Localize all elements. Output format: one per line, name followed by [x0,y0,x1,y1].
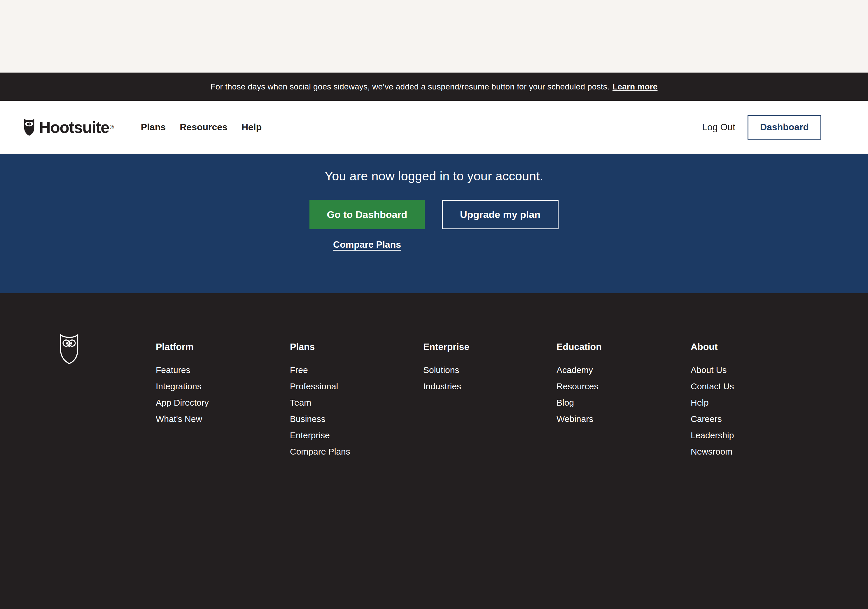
footer-link[interactable]: Free [290,362,415,378]
footer-link[interactable]: Leadership [691,427,816,444]
footer-column-platform: Platform FeaturesIntegrationsApp Directo… [156,342,281,427]
upgrade-plan-button[interactable]: Upgrade my plan [442,200,558,229]
footer-column-title: About [691,342,816,352]
footer-link[interactable]: Contact Us [691,378,816,394]
footer-link[interactable]: Blog [556,394,682,411]
site-footer: Platform FeaturesIntegrationsApp Directo… [0,293,868,609]
footer-link-list: SolutionsIndustries [423,362,549,394]
footer-column-about: About About UsContact UsHelpCareersLeade… [691,342,816,460]
nav-help[interactable]: Help [242,122,262,133]
footer-column-enterprise: Enterprise SolutionsIndustries [423,342,549,394]
top-spacer [0,0,868,73]
footer-link[interactable]: Newsroom [691,444,816,460]
footer-link[interactable]: Help [691,394,816,411]
footer-link[interactable]: What's New [156,411,281,427]
footer-link[interactable]: Integrations [156,378,281,394]
nav-resources[interactable]: Resources [180,122,228,133]
footer-column-title: Platform [156,342,281,352]
hero-buttons: Go to Dashboard Compare Plans Upgrade my… [310,200,558,250]
owl-icon [23,116,35,139]
learn-more-link[interactable]: Learn more [612,82,658,91]
brand-name: Hootsuite [39,118,109,137]
footer-link[interactable]: Solutions [423,362,549,378]
footer-column-plans: Plans FreeProfessionalTeamBusinessEnterp… [290,342,415,460]
go-to-dashboard-button[interactable]: Go to Dashboard [310,200,425,229]
owl-outline-icon [59,334,79,365]
footer-link[interactable]: Professional [290,378,415,394]
footer-column-title: Education [556,342,682,352]
log-out-link[interactable]: Log Out [702,122,735,133]
footer-link-list: AcademyResourcesBlogWebinars [556,362,682,427]
hootsuite-logo[interactable]: Hootsuite® [23,116,114,139]
nav-plans[interactable]: Plans [141,122,166,133]
primary-action-column: Go to Dashboard Compare Plans [310,200,425,250]
dashboard-button[interactable]: Dashboard [747,115,822,139]
footer-column-title: Plans [290,342,415,352]
footer-link-list: About UsContact UsHelpCareersLeadershipN… [691,362,816,460]
footer-column-education: Education AcademyResourcesBlogWebinars [556,342,682,427]
logged-in-message: You are now logged in to your account. [325,169,543,183]
footer-link[interactable]: Enterprise [290,427,415,444]
footer-link[interactable]: Compare Plans [290,444,415,460]
footer-link[interactable]: App Directory [156,394,281,411]
footer-link[interactable]: Webinars [556,411,682,427]
footer-link-list: FeaturesIntegrationsApp DirectoryWhat's … [156,362,281,427]
main-nav: Plans Resources Help [141,122,262,133]
footer-link[interactable]: Resources [556,378,682,394]
announcement-bar: For those days when social goes sideways… [0,73,868,101]
trademark-symbol: ® [110,124,114,131]
footer-link[interactable]: Team [290,394,415,411]
logged-in-banner: You are now logged in to your account. G… [0,154,868,293]
header-actions: Log Out Dashboard [702,115,822,139]
footer-column-title: Enterprise [423,342,549,352]
footer-link[interactable]: Careers [691,411,816,427]
footer-link-list: FreeProfessionalTeamBusinessEnterpriseCo… [290,362,415,460]
site-header: Hootsuite® Plans Resources Help Log Out … [0,101,868,154]
footer-link[interactable]: Business [290,411,415,427]
compare-plans-link[interactable]: Compare Plans [333,239,401,250]
footer-link[interactable]: About Us [691,362,816,378]
footer-link[interactable]: Features [156,362,281,378]
announcement-text: For those days when social goes sideways… [211,82,609,91]
footer-link[interactable]: Academy [556,362,682,378]
footer-link[interactable]: Industries [423,378,549,394]
